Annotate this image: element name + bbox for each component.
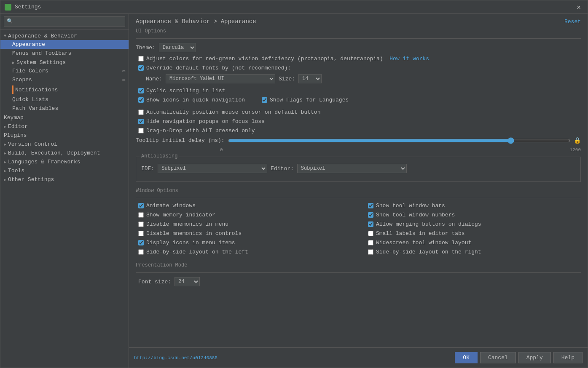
sidebar-item-build-execution[interactable]: ▶ Build, Execution, Deployment bbox=[0, 148, 129, 157]
sidebar-item-appearance-behavior[interactable]: ▼ Appearance & Behavior bbox=[0, 31, 129, 40]
cb-hide-nav[interactable] bbox=[138, 119, 144, 124]
sidebar-item-system-settings[interactable]: ▶ System Settings bbox=[0, 58, 129, 67]
cb-drag-n-drop-label[interactable]: Drag-n-Drop with ALT pressed only bbox=[146, 128, 255, 134]
how-it-works-link[interactable]: How it works bbox=[389, 56, 429, 62]
cb-small-labels-label[interactable]: Small labels in editor tabs bbox=[376, 230, 465, 237]
cb-small-labels[interactable] bbox=[368, 231, 373, 236]
cb-disable-mnemonics-menu-label[interactable]: Disable mnemonics in menu bbox=[146, 221, 228, 227]
cb-show-tool-bars[interactable] bbox=[368, 203, 373, 208]
cb-show-icons-label[interactable]: Show icons in quick navigation bbox=[146, 97, 245, 103]
sidebar-item-file-colors[interactable]: File Colors ▭ bbox=[0, 67, 129, 75]
widescreen-row: Widescreen tool window layout bbox=[368, 240, 581, 246]
cb-disable-mnemonics-menu[interactable] bbox=[138, 221, 144, 227]
cb-cyclic-scrolling[interactable] bbox=[138, 88, 144, 93]
window-col-left: Animate windows Show memory indicator Di… bbox=[138, 203, 351, 258]
footer-url: http://blog.csdn.net/u01240885 bbox=[134, 355, 217, 360]
scopes-icon: ▭ bbox=[122, 77, 125, 83]
slider-labels: 0 1200 bbox=[220, 147, 581, 152]
search-input[interactable] bbox=[4, 16, 125, 27]
cb-animate-windows-label[interactable]: Animate windows bbox=[146, 203, 196, 209]
ok-button[interactable]: OK bbox=[455, 352, 478, 363]
sidebar-item-tools[interactable]: ▶ Tools bbox=[0, 166, 129, 175]
font-size-pres-label: Font size: bbox=[138, 279, 171, 285]
cb-disable-mnemonics-controls[interactable] bbox=[138, 231, 144, 236]
cb-override-fonts-label[interactable]: Override default fonts by (not recommend… bbox=[146, 65, 291, 71]
sidebar-item-version-control[interactable]: ▶ Version Control bbox=[0, 139, 129, 148]
ide-antialiasing-select[interactable]: Subpixel Greyscale None bbox=[158, 164, 267, 173]
close-button[interactable]: ✕ bbox=[574, 2, 583, 12]
editor-label: Editor: bbox=[271, 165, 294, 172]
cb-animate-windows[interactable] bbox=[138, 203, 144, 208]
cb-cyclic-scrolling-label[interactable]: Cyclic scrolling in list bbox=[146, 88, 225, 94]
search-box[interactable] bbox=[0, 14, 129, 29]
help-button[interactable]: Help bbox=[553, 352, 583, 363]
hide-nav-row: Hide navigation popups on focus loss bbox=[138, 118, 581, 125]
window-options-two-col: Animate windows Show memory indicator Di… bbox=[138, 203, 581, 258]
sidebar-child-label: Keymap bbox=[4, 115, 24, 121]
cb-disable-mnemonics-controls-label[interactable]: Disable mnemonics in controls bbox=[146, 230, 242, 237]
cb-show-tool-bars-label[interactable]: Show tool window bars bbox=[376, 203, 445, 209]
cb-override-fonts[interactable] bbox=[138, 65, 144, 71]
cb-show-memory-label[interactable]: Show memory indicator bbox=[146, 212, 215, 218]
cb-red-green[interactable] bbox=[138, 56, 144, 61]
ui-options-divider bbox=[136, 38, 581, 39]
slider-min-label: 0 bbox=[220, 147, 223, 152]
reset-button[interactable]: Reset bbox=[564, 19, 581, 25]
ide-label: IDE: bbox=[141, 165, 154, 172]
sidebar-item-appearance[interactable]: Appearance bbox=[0, 40, 129, 49]
tooltip-slider[interactable] bbox=[228, 137, 570, 144]
font-name-select[interactable]: Microsoft YaHei UI bbox=[166, 74, 275, 83]
cb-side-by-side-right[interactable] bbox=[368, 249, 373, 255]
sidebar-item-languages-frameworks[interactable]: ▶ Languages & Frameworks bbox=[0, 157, 129, 166]
sidebar-item-quick-lists[interactable]: Quick Lists bbox=[0, 95, 129, 104]
sidebar-item-other-settings[interactable]: ▶ Other Settings bbox=[0, 175, 129, 184]
cb-show-icons[interactable] bbox=[138, 97, 144, 103]
sidebar-item-menus-toolbars[interactable]: Menus and Toolbars bbox=[0, 49, 129, 58]
cb-side-by-side-left-label[interactable]: Side-by-side layout on the left bbox=[146, 249, 248, 255]
panel-breadcrumb: Appearance & Behavior > Appearance bbox=[136, 18, 256, 25]
cb-side-by-side-left[interactable] bbox=[138, 249, 144, 255]
cb-widescreen-label[interactable]: Widescreen tool window layout bbox=[376, 240, 471, 246]
cb-show-flags-label[interactable]: Show Flags for Languages bbox=[270, 97, 349, 103]
sidebar-item-keymap[interactable]: Keymap bbox=[0, 113, 129, 122]
theme-select[interactable]: Darcula IntelliJ bbox=[159, 43, 196, 52]
panel-header: Appearance & Behavior > Appearance Reset bbox=[129, 14, 588, 28]
cb-show-tool-numbers-label[interactable]: Show tool window numbers bbox=[376, 212, 455, 218]
apply-button[interactable]: Apply bbox=[518, 352, 551, 363]
sidebar-item-path-variables[interactable]: Path Variables bbox=[0, 104, 129, 113]
sidebar-group-label: Languages & Frameworks bbox=[8, 159, 81, 165]
cb-side-by-side-right-label[interactable]: Side-by-side layout on the right bbox=[376, 249, 481, 255]
red-green-row: Adjust colors for red-green vision defic… bbox=[138, 56, 581, 62]
cb-show-memory[interactable] bbox=[138, 212, 144, 218]
sidebar-item-plugins[interactable]: Plugins bbox=[0, 131, 129, 139]
cb-auto-position-label[interactable]: Automatically position mouse cursor on d… bbox=[146, 109, 320, 115]
sidebar-item-scopes[interactable]: Scopes ▭ bbox=[0, 75, 129, 84]
side-by-side-right-row: Side-by-side layout on the right bbox=[368, 249, 581, 255]
cb-widescreen[interactable] bbox=[368, 240, 373, 245]
font-size-pres-row: Font size: 24 2022262830 bbox=[138, 277, 581, 286]
sidebar-item-editor[interactable]: ▶ Editor bbox=[0, 122, 129, 131]
sidebar-child-label: Path Variables bbox=[12, 105, 58, 112]
cb-hide-nav-label[interactable]: Hide navigation popups on focus loss bbox=[146, 118, 265, 125]
cb-auto-position[interactable] bbox=[138, 109, 144, 115]
app-icon bbox=[5, 4, 11, 11]
slider-handle-icon: 🔒 bbox=[574, 137, 581, 144]
font-size-pres-select[interactable]: 24 2022262830 bbox=[175, 277, 200, 286]
cb-drag-n-drop[interactable] bbox=[138, 128, 144, 133]
cb-show-tool-numbers[interactable] bbox=[368, 212, 373, 218]
cb-display-icons-menu-label[interactable]: Display icons in menu items bbox=[146, 240, 235, 246]
override-fonts-row: Override default fonts by (not recommend… bbox=[138, 65, 581, 71]
sidebar-group-label: Editor bbox=[8, 123, 28, 130]
cyclic-scrolling-row: Cyclic scrolling in list bbox=[138, 88, 581, 94]
cancel-button[interactable]: Cancel bbox=[480, 352, 516, 363]
allow-merging-row: Allow merging buttons on dialogs bbox=[368, 221, 581, 227]
editor-antialiasing-select[interactable]: Subpixel Greyscale None bbox=[297, 164, 407, 173]
cb-show-flags[interactable] bbox=[262, 97, 267, 103]
cb-allow-merging-label[interactable]: Allow merging buttons on dialogs bbox=[376, 221, 481, 227]
cb-display-icons-menu[interactable] bbox=[138, 240, 144, 245]
cb-allow-merging[interactable] bbox=[368, 221, 373, 227]
sidebar-item-notifications[interactable]: Notifications bbox=[0, 84, 129, 95]
ui-options-section: UI Options Theme: Darcula IntelliJ bbox=[136, 28, 581, 152]
font-size-select[interactable]: 14 10111213 151618 bbox=[298, 74, 322, 83]
cb-red-green-label[interactable]: Adjust colors for red-green vision defic… bbox=[146, 56, 429, 62]
